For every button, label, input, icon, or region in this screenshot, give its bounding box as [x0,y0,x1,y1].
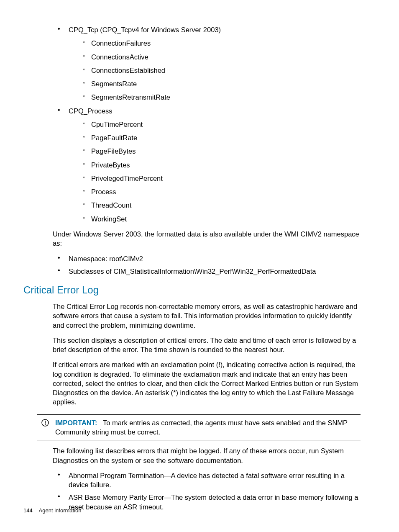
critical-error-paragraph-2: This section displays a description of c… [53,336,361,355]
critical-error-paragraph-3: If critical errors are marked with an ex… [53,360,361,406]
namespace-list: Namespace: root\CIMv2 Subclasses of CIM_… [53,254,361,276]
important-body: To mark entries as corrected, the agents… [55,419,348,436]
list-item: ConnectionFailures [69,39,361,48]
list-item: Process [69,187,361,196]
list-item: PageFaultRate [69,133,361,142]
list-item: CPQ_Tcp (CPQ_Tcpv4 for Windows Server 20… [53,25,361,102]
section-heading-critical-error-log: Critical Error Log [23,284,361,296]
list-item: Subclasses of CIM_StatisticalInformation… [53,267,361,276]
cpq-process-sublist: CpuTimePercent PageFaultRate PageFileByt… [69,120,361,224]
list-item: PrivateBytes [69,160,361,170]
list-item: ConnectionsActive [69,52,361,62]
list-item-label: CPQ_Tcp (CPQ_Tcpv4 for Windows Server 20… [69,26,221,33]
cpq-main-list: CPQ_Tcp (CPQ_Tcpv4 for Windows Server 20… [53,25,361,224]
error-descriptions-list: Abnormal Program Termination—A device ha… [53,471,361,511]
error-list-intro-paragraph: The following list describes errors that… [53,446,361,465]
list-item: Abnormal Program Termination—A device ha… [53,471,361,490]
important-icon [37,418,54,428]
list-item: SegmentsRetransmitRate [69,93,361,102]
list-item: SegmentsRate [69,79,361,88]
list-item: ThreadCount [69,200,361,210]
cpq-tcp-sublist: ConnectionFailures ConnectionsActive Con… [69,39,361,102]
critical-error-paragraph-1: The Critical Error Log records non-corre… [53,302,361,330]
list-item: ConnectionsEstablished [69,66,361,75]
important-label: IMPORTANT: [55,419,97,427]
list-item: ASR Base Memory Parity Error—The system … [53,493,361,511]
list-item-label: CPQ_Process [69,107,113,115]
svg-rect-2 [45,424,46,425]
page-footer: 144 Agent information [23,507,82,514]
list-item: Namespace: root\CIMv2 [53,254,361,263]
svg-rect-1 [45,421,46,424]
list-item: PageFileBytes [69,146,361,156]
list-item: CPQ_Process CpuTimePercent PageFaultRate… [53,106,361,224]
important-text: IMPORTANT: To mark entries as corrected,… [54,418,361,437]
list-item: WorkingSet [69,214,361,224]
list-item: CpuTimePercent [69,120,361,129]
footer-section-title: Agent information [39,507,82,514]
namespace-intro-paragraph: Under Windows Server 2003, the formatted… [53,229,361,248]
footer-page-number: 144 [23,507,33,514]
important-callout: IMPORTANT: To mark entries as corrected,… [37,414,361,441]
list-item: PrivelegedTimePercent [69,174,361,183]
